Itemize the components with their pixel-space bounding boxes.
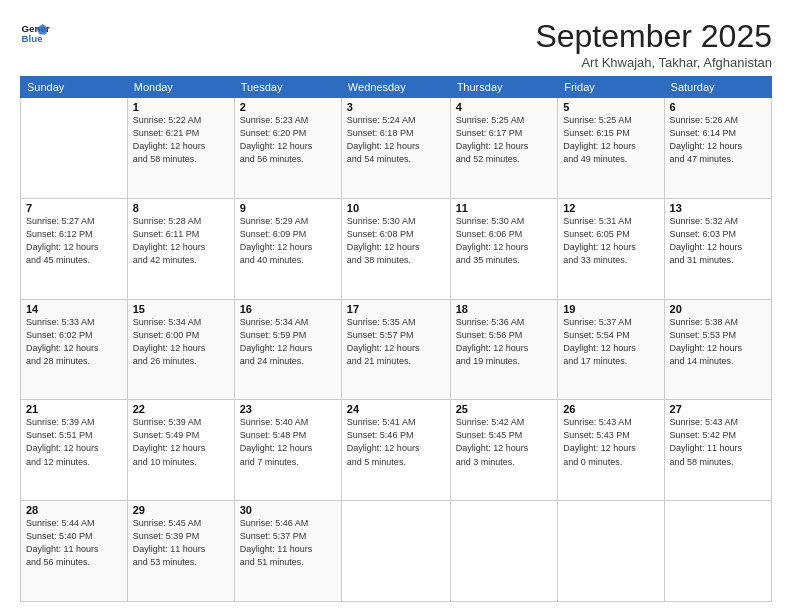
day-info: Sunrise: 5:28 AM Sunset: 6:11 PM Dayligh…	[133, 215, 229, 267]
day-info: Sunrise: 5:33 AM Sunset: 6:02 PM Dayligh…	[26, 316, 122, 368]
week-row-3: 14Sunrise: 5:33 AM Sunset: 6:02 PM Dayli…	[21, 299, 772, 400]
day-number: 25	[456, 403, 553, 415]
day-info: Sunrise: 5:25 AM Sunset: 6:15 PM Dayligh…	[563, 114, 658, 166]
calendar-cell: 14Sunrise: 5:33 AM Sunset: 6:02 PM Dayli…	[21, 299, 128, 400]
day-number: 2	[240, 101, 336, 113]
day-info: Sunrise: 5:25 AM Sunset: 6:17 PM Dayligh…	[456, 114, 553, 166]
calendar-cell: 10Sunrise: 5:30 AM Sunset: 6:08 PM Dayli…	[341, 198, 450, 299]
calendar-cell: 19Sunrise: 5:37 AM Sunset: 5:54 PM Dayli…	[558, 299, 664, 400]
day-info: Sunrise: 5:35 AM Sunset: 5:57 PM Dayligh…	[347, 316, 445, 368]
calendar-cell: 7Sunrise: 5:27 AM Sunset: 6:12 PM Daylig…	[21, 198, 128, 299]
calendar-cell	[450, 501, 558, 602]
calendar-cell: 22Sunrise: 5:39 AM Sunset: 5:49 PM Dayli…	[127, 400, 234, 501]
calendar-cell: 3Sunrise: 5:24 AM Sunset: 6:18 PM Daylig…	[341, 98, 450, 199]
calendar-cell: 2Sunrise: 5:23 AM Sunset: 6:20 PM Daylig…	[234, 98, 341, 199]
day-info: Sunrise: 5:44 AM Sunset: 5:40 PM Dayligh…	[26, 517, 122, 569]
day-info: Sunrise: 5:41 AM Sunset: 5:46 PM Dayligh…	[347, 416, 445, 468]
calendar-cell: 17Sunrise: 5:35 AM Sunset: 5:57 PM Dayli…	[341, 299, 450, 400]
day-info: Sunrise: 5:26 AM Sunset: 6:14 PM Dayligh…	[670, 114, 766, 166]
day-info: Sunrise: 5:30 AM Sunset: 6:08 PM Dayligh…	[347, 215, 445, 267]
day-number: 12	[563, 202, 658, 214]
svg-text:Blue: Blue	[22, 33, 44, 44]
calendar-cell	[21, 98, 128, 199]
day-number: 3	[347, 101, 445, 113]
location: Art Khwajah, Takhar, Afghanistan	[535, 55, 772, 70]
header: General Blue September 2025 Art Khwajah,…	[20, 18, 772, 70]
day-number: 26	[563, 403, 658, 415]
day-number: 13	[670, 202, 766, 214]
day-info: Sunrise: 5:34 AM Sunset: 5:59 PM Dayligh…	[240, 316, 336, 368]
calendar-cell: 11Sunrise: 5:30 AM Sunset: 6:06 PM Dayli…	[450, 198, 558, 299]
day-info: Sunrise: 5:46 AM Sunset: 5:37 PM Dayligh…	[240, 517, 336, 569]
day-number: 18	[456, 303, 553, 315]
day-number: 19	[563, 303, 658, 315]
day-number: 21	[26, 403, 122, 415]
day-info: Sunrise: 5:32 AM Sunset: 6:03 PM Dayligh…	[670, 215, 766, 267]
day-info: Sunrise: 5:37 AM Sunset: 5:54 PM Dayligh…	[563, 316, 658, 368]
day-number: 17	[347, 303, 445, 315]
page: General Blue September 2025 Art Khwajah,…	[0, 0, 792, 612]
day-info: Sunrise: 5:40 AM Sunset: 5:48 PM Dayligh…	[240, 416, 336, 468]
weekday-header-saturday: Saturday	[664, 77, 771, 98]
day-info: Sunrise: 5:45 AM Sunset: 5:39 PM Dayligh…	[133, 517, 229, 569]
day-info: Sunrise: 5:42 AM Sunset: 5:45 PM Dayligh…	[456, 416, 553, 468]
calendar-cell: 24Sunrise: 5:41 AM Sunset: 5:46 PM Dayli…	[341, 400, 450, 501]
day-info: Sunrise: 5:27 AM Sunset: 6:12 PM Dayligh…	[26, 215, 122, 267]
calendar-cell: 23Sunrise: 5:40 AM Sunset: 5:48 PM Dayli…	[234, 400, 341, 501]
weekday-header-sunday: Sunday	[21, 77, 128, 98]
title-block: September 2025 Art Khwajah, Takhar, Afgh…	[535, 18, 772, 70]
day-info: Sunrise: 5:30 AM Sunset: 6:06 PM Dayligh…	[456, 215, 553, 267]
day-info: Sunrise: 5:39 AM Sunset: 5:51 PM Dayligh…	[26, 416, 122, 468]
day-number: 1	[133, 101, 229, 113]
day-number: 27	[670, 403, 766, 415]
day-info: Sunrise: 5:38 AM Sunset: 5:53 PM Dayligh…	[670, 316, 766, 368]
weekday-header-monday: Monday	[127, 77, 234, 98]
weekday-header-tuesday: Tuesday	[234, 77, 341, 98]
day-info: Sunrise: 5:23 AM Sunset: 6:20 PM Dayligh…	[240, 114, 336, 166]
calendar-cell: 18Sunrise: 5:36 AM Sunset: 5:56 PM Dayli…	[450, 299, 558, 400]
week-row-5: 28Sunrise: 5:44 AM Sunset: 5:40 PM Dayli…	[21, 501, 772, 602]
day-info: Sunrise: 5:43 AM Sunset: 5:42 PM Dayligh…	[670, 416, 766, 468]
calendar-cell	[558, 501, 664, 602]
logo: General Blue	[20, 18, 50, 48]
day-number: 5	[563, 101, 658, 113]
weekday-header-thursday: Thursday	[450, 77, 558, 98]
calendar-cell: 12Sunrise: 5:31 AM Sunset: 6:05 PM Dayli…	[558, 198, 664, 299]
day-number: 9	[240, 202, 336, 214]
day-info: Sunrise: 5:29 AM Sunset: 6:09 PM Dayligh…	[240, 215, 336, 267]
weekday-header-row: SundayMondayTuesdayWednesdayThursdayFrid…	[21, 77, 772, 98]
day-number: 8	[133, 202, 229, 214]
day-number: 11	[456, 202, 553, 214]
day-number: 7	[26, 202, 122, 214]
calendar-cell: 1Sunrise: 5:22 AM Sunset: 6:21 PM Daylig…	[127, 98, 234, 199]
week-row-1: 1Sunrise: 5:22 AM Sunset: 6:21 PM Daylig…	[21, 98, 772, 199]
day-number: 20	[670, 303, 766, 315]
day-number: 22	[133, 403, 229, 415]
week-row-4: 21Sunrise: 5:39 AM Sunset: 5:51 PM Dayli…	[21, 400, 772, 501]
calendar-cell: 5Sunrise: 5:25 AM Sunset: 6:15 PM Daylig…	[558, 98, 664, 199]
day-number: 30	[240, 504, 336, 516]
weekday-header-wednesday: Wednesday	[341, 77, 450, 98]
calendar-cell: 9Sunrise: 5:29 AM Sunset: 6:09 PM Daylig…	[234, 198, 341, 299]
day-number: 29	[133, 504, 229, 516]
day-number: 15	[133, 303, 229, 315]
calendar: SundayMondayTuesdayWednesdayThursdayFrid…	[20, 76, 772, 602]
day-number: 23	[240, 403, 336, 415]
day-info: Sunrise: 5:43 AM Sunset: 5:43 PM Dayligh…	[563, 416, 658, 468]
weekday-header-friday: Friday	[558, 77, 664, 98]
calendar-cell: 4Sunrise: 5:25 AM Sunset: 6:17 PM Daylig…	[450, 98, 558, 199]
calendar-cell	[341, 501, 450, 602]
day-info: Sunrise: 5:22 AM Sunset: 6:21 PM Dayligh…	[133, 114, 229, 166]
calendar-cell	[664, 501, 771, 602]
day-number: 14	[26, 303, 122, 315]
calendar-cell: 20Sunrise: 5:38 AM Sunset: 5:53 PM Dayli…	[664, 299, 771, 400]
calendar-cell: 16Sunrise: 5:34 AM Sunset: 5:59 PM Dayli…	[234, 299, 341, 400]
logo-icon: General Blue	[20, 18, 50, 48]
calendar-cell: 6Sunrise: 5:26 AM Sunset: 6:14 PM Daylig…	[664, 98, 771, 199]
calendar-cell: 15Sunrise: 5:34 AM Sunset: 6:00 PM Dayli…	[127, 299, 234, 400]
day-info: Sunrise: 5:24 AM Sunset: 6:18 PM Dayligh…	[347, 114, 445, 166]
calendar-cell: 27Sunrise: 5:43 AM Sunset: 5:42 PM Dayli…	[664, 400, 771, 501]
day-number: 24	[347, 403, 445, 415]
day-number: 4	[456, 101, 553, 113]
day-number: 10	[347, 202, 445, 214]
